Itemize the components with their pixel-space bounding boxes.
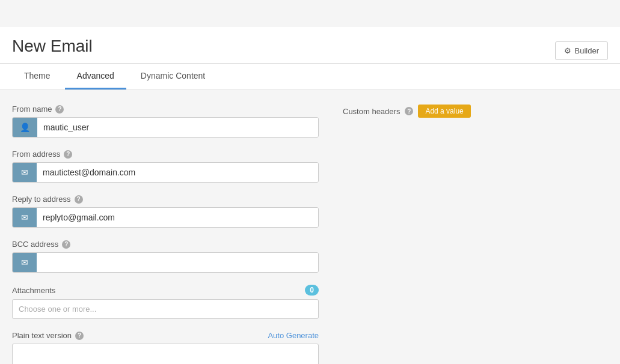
from-address-input[interactable]	[37, 163, 318, 182]
plain-text-textarea[interactable]	[12, 344, 319, 364]
from-address-input-group: ✉	[12, 162, 319, 183]
from-name-input[interactable]	[37, 118, 318, 137]
reply-to-help-icon[interactable]: ?	[75, 195, 83, 204]
attachments-label: Attachments	[12, 286, 55, 295]
main-content: From name ? 👤 From address ? ✉	[0, 90, 620, 364]
from-name-group: From name ? 👤	[12, 105, 319, 138]
attachments-header: Attachments 0	[12, 285, 319, 296]
from-address-label: From address ?	[12, 150, 319, 159]
tab-theme[interactable]: Theme	[12, 64, 63, 89]
bcc-input[interactable]	[37, 253, 318, 272]
add-value-button[interactable]: Add a value	[418, 105, 470, 118]
two-column-layout: From name ? 👤 From address ? ✉	[12, 105, 608, 364]
plain-text-group: Plain text version ? Auto Generate	[12, 331, 319, 364]
tab-dynamic-content[interactable]: Dynamic Content	[129, 64, 217, 89]
bcc-address-group: BCC address ? ✉	[12, 240, 319, 273]
attachments-badge: 0	[305, 285, 319, 296]
custom-headers-group: Custom headers ? Add a value	[343, 105, 608, 118]
page-header: New Email ⚙ Builder	[0, 27, 620, 64]
plain-text-label: Plain text version ?	[12, 331, 84, 340]
tabs-bar: Theme Advanced Dynamic Content	[0, 64, 620, 90]
envelope-icon: ✉	[13, 163, 37, 182]
bcc-envelope-icon: ✉	[13, 253, 37, 272]
reply-to-input-group: ✉	[12, 207, 319, 228]
from-name-help-icon[interactable]: ?	[55, 105, 64, 114]
attachments-placeholder: Choose one or more...	[19, 305, 96, 314]
tab-advanced[interactable]: Advanced	[65, 64, 126, 89]
attachments-select[interactable]: Choose one or more...	[12, 299, 319, 319]
bcc-address-label: BCC address ?	[12, 240, 319, 249]
custom-headers-label: Custom headers ? Add a value	[343, 105, 608, 118]
from-name-label: From name ?	[12, 105, 319, 114]
custom-headers-help-icon[interactable]: ?	[405, 107, 413, 115]
page-title: New Email	[12, 37, 93, 63]
reply-to-address-label: Reply to address ?	[12, 195, 319, 204]
right-column: Custom headers ? Add a value	[343, 105, 608, 364]
gear-icon: ⚙	[564, 46, 571, 55]
auto-generate-link[interactable]: Auto Generate	[268, 331, 319, 340]
builder-button-label: Builder	[575, 46, 599, 55]
top-bar	[0, 0, 620, 27]
builder-button[interactable]: ⚙ Builder	[555, 41, 608, 60]
reply-to-input[interactable]	[37, 208, 318, 227]
attachments-group: Attachments 0 Choose one or more...	[12, 285, 319, 319]
reply-envelope-icon: ✉	[13, 208, 37, 227]
plain-text-header: Plain text version ? Auto Generate	[12, 331, 319, 340]
plain-text-help-icon[interactable]: ?	[75, 332, 84, 340]
from-address-help-icon[interactable]: ?	[64, 150, 72, 159]
bcc-help-icon[interactable]: ?	[62, 240, 70, 249]
user-icon: 👤	[13, 118, 37, 137]
left-column: From name ? 👤 From address ? ✉	[12, 105, 319, 364]
from-address-group: From address ? ✉	[12, 150, 319, 183]
from-name-input-group: 👤	[12, 117, 319, 138]
reply-to-address-group: Reply to address ? ✉	[12, 195, 319, 228]
bcc-input-group: ✉	[12, 252, 319, 273]
